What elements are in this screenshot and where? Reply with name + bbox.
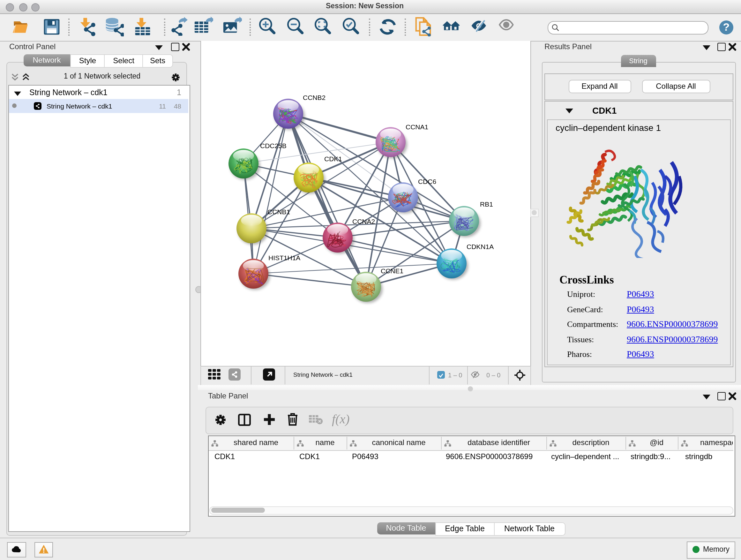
svg-text:CDC6: CDC6: [418, 178, 436, 185]
svg-text:CDKN1A: CDKN1A: [467, 243, 494, 250]
svg-text:CCNA1: CCNA1: [406, 123, 428, 131]
svg-text:HIST1H1A: HIST1H1A: [268, 254, 300, 261]
svg-text:RB1: RB1: [480, 200, 493, 208]
svg-text:CCNA2: CCNA2: [352, 218, 375, 225]
svg-text:CDC25B: CDC25B: [260, 142, 286, 149]
svg-text:CDK1: CDK1: [324, 155, 342, 163]
svg-text:CCNB2: CCNB2: [303, 94, 326, 101]
svg-text:CCNB1: CCNB1: [267, 208, 290, 215]
svg-text:CCNE1: CCNE1: [381, 267, 403, 274]
